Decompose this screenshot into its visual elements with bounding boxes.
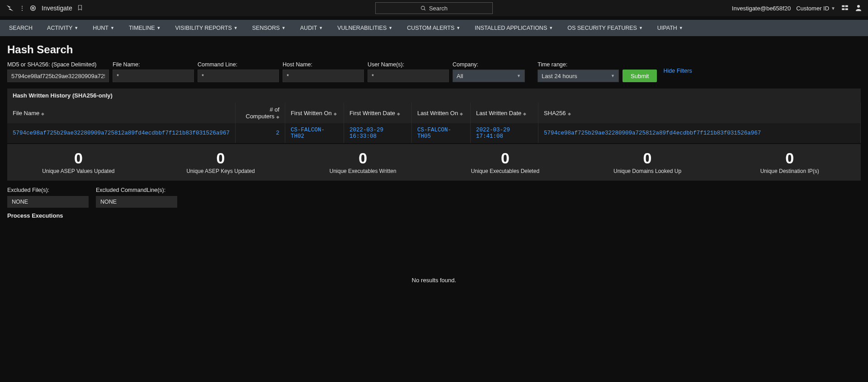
nav-sensors[interactable]: SENSORS▼ <box>245 20 293 36</box>
more-menu-icon[interactable]: ⋮ <box>19 5 24 12</box>
stat-dest-ips: 0 Unique Destination IP(s) <box>718 144 861 181</box>
nav-search[interactable]: SEARCH <box>2 20 40 36</box>
excluded-cmd-value: NONE <box>96 196 177 208</box>
bookmark-icon[interactable] <box>77 5 83 12</box>
nav-hunt[interactable]: HUNT▼ <box>85 20 122 36</box>
stat-domains: 0 Unique Domains Looked Up <box>576 144 719 181</box>
history-table: File Name◆ # of Computers◆ First Written… <box>7 102 861 143</box>
cell-filename[interactable]: 5794ce98af725b29ae32280909a725812a89fd4e… <box>7 123 236 143</box>
excluded-section: Excluded File(s): NONE Excluded CommandL… <box>7 187 861 208</box>
page-title: Hash Search <box>7 43 861 56</box>
hide-filters-link[interactable]: Hide Filters <box>663 68 692 76</box>
col-first-date[interactable]: First Written Date◆ <box>344 102 412 123</box>
hash-input[interactable] <box>7 70 109 82</box>
caret-down-icon: ▼ <box>456 26 460 30</box>
cell-sha256[interactable]: 5794ce98af725b29ae32280909a725812a89fd4e… <box>538 123 861 143</box>
cell-count[interactable]: 2 <box>236 123 285 143</box>
cell-last-on[interactable]: CS-FALCON-TH05 <box>412 123 471 143</box>
company-select[interactable]: All▼ <box>453 70 525 82</box>
nav-uipath[interactable]: UIPATH▼ <box>650 20 690 36</box>
caret-down-icon: ▼ <box>679 26 683 30</box>
main-nav: SEARCH ACTIVITY▼ HUNT▼ TIMELINE▼ VISIBIL… <box>0 20 868 36</box>
sort-icon: ◆ <box>568 112 571 116</box>
svg-line-3 <box>424 9 425 10</box>
nav-os-security-features[interactable]: OS SECURITY FEATURES▼ <box>560 20 650 36</box>
caret-down-icon: ▼ <box>611 74 615 78</box>
page-context-title: Investigate <box>42 5 72 12</box>
caret-down-icon: ▼ <box>234 26 238 30</box>
nav-audit[interactable]: AUDIT▼ <box>293 20 330 36</box>
nav-vulnerabilities[interactable]: VULNERABILITIES▼ <box>330 20 400 36</box>
svg-rect-7 <box>845 8 848 10</box>
stats-row: 0 Unique ASEP Values Updated 0 Unique AS… <box>7 144 861 181</box>
caret-down-icon: ▼ <box>282 26 286 30</box>
col-sha256[interactable]: SHA256◆ <box>538 102 861 123</box>
sort-icon: ◆ <box>460 112 463 116</box>
sort-icon: ◆ <box>334 112 337 116</box>
history-panel-title: Hash Written History (SHA256-only) <box>7 89 861 102</box>
col-computers[interactable]: # of Computers◆ <box>236 102 285 123</box>
user-icon[interactable] <box>854 4 863 13</box>
cmdline-input[interactable] <box>198 70 279 82</box>
widgets-icon[interactable] <box>841 4 849 13</box>
chevron-down-icon: ▼ <box>831 6 835 11</box>
caret-down-icon: ▼ <box>388 26 392 30</box>
search-placeholder: Search <box>429 5 448 12</box>
svg-rect-6 <box>842 8 844 10</box>
username-input[interactable] <box>368 70 449 82</box>
process-executions-title: Process Executions <box>7 212 861 219</box>
caret-down-icon: ▼ <box>517 74 521 78</box>
cell-last-date[interactable]: 2022-03-29 17:41:08 <box>471 123 538 143</box>
cell-first-on[interactable]: CS-FALCON-TH02 <box>285 123 344 143</box>
caret-down-icon: ▼ <box>549 26 553 30</box>
col-first-on[interactable]: First Written On◆ <box>285 102 344 123</box>
svg-point-0 <box>31 6 36 11</box>
customer-id-dropdown[interactable]: Customer ID ▼ <box>796 5 835 12</box>
no-results-message: No results found. <box>7 223 861 320</box>
investigate-icon <box>29 4 37 12</box>
topbar: ⋮ Investigate Search Investigate@be658f2… <box>0 0 868 16</box>
svg-rect-5 <box>845 5 848 7</box>
caret-down-icon: ▼ <box>319 26 323 30</box>
excluded-cmd-label: Excluded CommandLine(s): <box>96 187 177 193</box>
falcon-logo-icon[interactable] <box>5 4 14 12</box>
company-filter-label: Company: <box>453 61 525 68</box>
filename-filter-label: File Name: <box>113 61 194 68</box>
caret-down-icon: ▼ <box>639 26 643 30</box>
sort-icon: ◆ <box>41 112 44 116</box>
cell-first-date[interactable]: 2022-03-29 16:33:08 <box>344 123 412 143</box>
nav-activity[interactable]: ACTIVITY▼ <box>40 20 85 36</box>
sort-icon: ◆ <box>276 115 279 119</box>
timerange-filter-label: Time range: <box>538 61 619 68</box>
nav-installed-applications[interactable]: INSTALLED APPLICATIONS▼ <box>467 20 560 36</box>
search-icon <box>420 5 426 11</box>
filters-row: MD5 or SHA256: (Space Delimited) File Na… <box>7 61 861 82</box>
col-last-date[interactable]: Last Written Date◆ <box>471 102 538 123</box>
stat-asep-keys: 0 Unique ASEP Keys Updated <box>150 144 292 181</box>
nav-custom-alerts[interactable]: CUSTOM ALERTS▼ <box>400 20 467 36</box>
caret-down-icon: ▼ <box>110 26 114 30</box>
stat-exe-deleted: 0 Unique Executables Deleted <box>434 144 576 181</box>
account-label: Investigate@be658f20 <box>732 5 791 12</box>
svg-rect-4 <box>842 5 844 7</box>
excluded-files-label: Excluded File(s): <box>7 187 89 193</box>
hostname-filter-label: Host Name: <box>283 61 364 68</box>
stat-exe-written: 0 Unique Executables Written <box>292 144 434 181</box>
sort-icon: ◆ <box>523 112 526 116</box>
timerange-select[interactable]: Last 24 hours▼ <box>538 70 619 82</box>
username-filter-label: User Name(s): <box>368 61 449 68</box>
svg-point-2 <box>421 6 425 9</box>
nav-visibility-reports[interactable]: VISIBILITY REPORTS▼ <box>168 20 245 36</box>
stat-asep-values: 0 Unique ASEP Values Updated <box>7 144 150 181</box>
caret-down-icon: ▼ <box>74 26 78 30</box>
svg-point-8 <box>857 5 860 8</box>
col-last-on[interactable]: Last Written On◆ <box>412 102 471 123</box>
col-filename[interactable]: File Name◆ <box>7 102 236 123</box>
hostname-input[interactable] <box>283 70 364 82</box>
nav-timeline[interactable]: TIMELINE▼ <box>122 20 168 36</box>
global-search-input[interactable]: Search <box>375 2 493 14</box>
filename-input[interactable] <box>113 70 194 82</box>
hash-filter-label: MD5 or SHA256: (Space Delimited) <box>7 61 109 68</box>
submit-button[interactable]: Submit <box>623 70 657 82</box>
table-row: 5794ce98af725b29ae32280909a725812a89fd4e… <box>7 123 861 143</box>
